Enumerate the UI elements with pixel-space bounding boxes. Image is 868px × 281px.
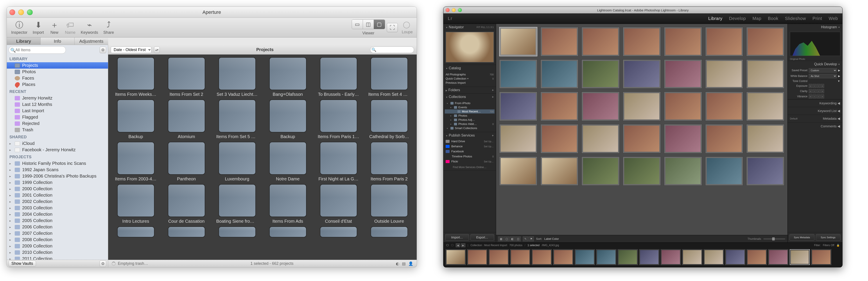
tab-info[interactable]: Info bbox=[40, 37, 74, 45]
filmstrip-cell[interactable] bbox=[639, 249, 659, 265]
catalog-item[interactable]: Previous Import bbox=[445, 81, 495, 85]
project-item[interactable] bbox=[214, 226, 260, 237]
folders-header[interactable]: ▶ Folders + bbox=[443, 87, 496, 93]
sidebar-item[interactable]: Last 12 Months bbox=[7, 101, 108, 108]
viewer-split-button[interactable]: ◫ bbox=[363, 20, 374, 29]
sidebar-item[interactable]: ▸Historic Family Photos inc Scans bbox=[7, 160, 108, 167]
nudge-minus2[interactable]: « bbox=[809, 95, 812, 98]
monitor-2-icon[interactable]: 🖵 bbox=[451, 244, 454, 247]
catalog-item[interactable]: All Photographs700 bbox=[445, 72, 495, 76]
photo-cell[interactable] bbox=[582, 92, 620, 121]
photo-cell[interactable] bbox=[746, 92, 784, 121]
nudge-plus2[interactable]: » bbox=[820, 95, 824, 98]
sidebar-item[interactable]: ▸1999 Collection bbox=[7, 179, 108, 186]
project-item[interactable] bbox=[163, 226, 210, 237]
monitor-icon[interactable]: 🖵 bbox=[446, 244, 449, 247]
viewer-viewer-button[interactable]: ▢ bbox=[374, 20, 385, 29]
module-slideshow[interactable]: Slideshow bbox=[785, 16, 806, 21]
project-item[interactable]: Bang+Olafsson bbox=[265, 57, 311, 97]
project-item[interactable]: Items From Set 2 bbox=[163, 57, 210, 97]
metadata-header[interactable]: Default Metadata ◀ bbox=[788, 115, 842, 122]
photo-cell[interactable] bbox=[623, 92, 661, 121]
project-item[interactable]: Items From Ads bbox=[265, 184, 311, 224]
keyword-list-header[interactable]: Keyword List ◀ bbox=[788, 107, 842, 115]
project-item[interactable]: Outside Louvre bbox=[366, 184, 412, 224]
photo-cell[interactable] bbox=[705, 60, 743, 89]
filmstrip-cell[interactable] bbox=[532, 249, 552, 265]
sidebar-item[interactable]: ▸iCloud bbox=[7, 140, 108, 147]
photo-cell[interactable] bbox=[746, 60, 784, 89]
publish-service[interactable]: Facebook bbox=[443, 149, 496, 154]
sidebar-search-input[interactable] bbox=[8, 46, 66, 54]
white-balance-select[interactable]: As Shot bbox=[809, 74, 837, 78]
filmstrip-cell[interactable] bbox=[553, 249, 573, 265]
collection-item[interactable]: ▸Smart Collections bbox=[445, 126, 495, 130]
project-item[interactable] bbox=[366, 226, 412, 237]
photo-cell[interactable] bbox=[746, 27, 784, 56]
photo-cell[interactable] bbox=[746, 124, 784, 153]
project-item[interactable] bbox=[315, 226, 362, 237]
photo-cell[interactable] bbox=[664, 156, 702, 186]
minimize-button[interactable] bbox=[452, 8, 456, 12]
photo-cell[interactable] bbox=[540, 27, 579, 56]
viewer-browser-button[interactable]: ▭ bbox=[352, 20, 363, 29]
nudge-plus2[interactable]: » bbox=[820, 84, 824, 88]
project-item[interactable]: Luxembourg bbox=[214, 142, 260, 181]
photo-cell[interactable] bbox=[540, 124, 579, 153]
publish-header[interactable]: ▼ Publish Services + bbox=[443, 132, 496, 139]
inspector-tool[interactable]: ⓘ Inspector bbox=[8, 20, 30, 35]
photo-cell[interactable] bbox=[499, 92, 537, 121]
publish-service[interactable]: Hard DriveSet Up… bbox=[443, 139, 496, 144]
status-icon-1[interactable]: ◐ bbox=[396, 261, 399, 266]
project-item[interactable]: Cathedral by Sorb… bbox=[366, 100, 412, 139]
module-web[interactable]: Web bbox=[829, 16, 838, 21]
sidebar-item[interactable]: ▸2006 Collection bbox=[7, 224, 108, 230]
project-item[interactable]: Backup bbox=[113, 100, 159, 139]
publish-service[interactable]: BehanceSet Up… bbox=[443, 144, 496, 149]
sidebar-item[interactable]: ▸1992 Japan Scans bbox=[7, 167, 108, 173]
filmstrip-cell[interactable] bbox=[618, 249, 638, 265]
publish-service[interactable]: FlickrSet Up… bbox=[443, 159, 496, 164]
next-photo-button[interactable]: ▶ bbox=[461, 243, 465, 247]
nudge-minus2[interactable]: « bbox=[809, 89, 812, 93]
photo-cell[interactable] bbox=[540, 156, 579, 186]
sidebar-item[interactable]: ▸2005 Collection bbox=[7, 217, 108, 224]
filmstrip-cell[interactable] bbox=[704, 249, 724, 265]
filmstrip-cell[interactable] bbox=[489, 249, 509, 265]
sidebar-item[interactable]: ▸2002 Collection bbox=[7, 198, 108, 205]
sidebar-item[interactable]: Photos bbox=[7, 69, 108, 75]
sidebar-item[interactable]: Jeremy Horwitz bbox=[7, 95, 108, 101]
export-button[interactable]: Export… bbox=[470, 234, 494, 241]
collection-item[interactable]: Most Recent…700 bbox=[445, 109, 495, 113]
nudge-minus2[interactable]: « bbox=[809, 84, 812, 88]
navigator-header[interactable]: ▼ Navigator FIT FILL 1:1 3:1 bbox=[443, 24, 496, 31]
module-print[interactable]: Print bbox=[812, 16, 822, 21]
project-item[interactable]: Backup bbox=[265, 100, 311, 139]
status-icon-2[interactable]: ▤ bbox=[402, 261, 406, 266]
collection-item[interactable]: ▸From iPhoto bbox=[445, 101, 495, 105]
project-item[interactable]: Items From Set 5 B… bbox=[214, 100, 260, 139]
compare-view-button[interactable]: ◧ bbox=[510, 237, 515, 241]
project-item[interactable]: Items From Paris 1… bbox=[315, 100, 362, 139]
service-setup[interactable]: Set Up… bbox=[484, 160, 494, 163]
sort-direction-button[interactable]: ▴▾ bbox=[154, 46, 160, 53]
sidebar-item[interactable]: ▸2003 Collection bbox=[7, 205, 108, 211]
service-setup[interactable]: Set Up… bbox=[484, 140, 494, 143]
module-book[interactable]: Book bbox=[768, 16, 778, 21]
show-vaults-button[interactable]: Show Vaults bbox=[8, 260, 36, 267]
loupe-view-button[interactable]: ▢ bbox=[504, 237, 509, 241]
catalog-header[interactable]: ▼ Catalog bbox=[443, 65, 496, 71]
project-item[interactable]: First Night at La G… bbox=[315, 142, 362, 181]
sidebar-footer-gear[interactable]: ⚙ bbox=[100, 260, 106, 267]
photo-cell[interactable] bbox=[623, 27, 661, 56]
photo-cell[interactable] bbox=[664, 124, 702, 153]
sidebar-item[interactable]: ▸2011 Collection bbox=[7, 255, 108, 260]
survey-view-button[interactable]: ◫ bbox=[516, 237, 521, 241]
filmstrip-cell[interactable] bbox=[682, 249, 702, 265]
import-tool[interactable]: ⬇ Import bbox=[30, 20, 46, 35]
sidebar-item[interactable]: ▸2001 Collection bbox=[7, 192, 108, 198]
keywording-header[interactable]: Keywording ◀ bbox=[788, 99, 842, 107]
collection-item[interactable]: ▸Photos Adj… bbox=[445, 118, 495, 122]
sidebar-gear-button[interactable]: ⚙ bbox=[100, 47, 106, 53]
module-library[interactable]: Library bbox=[708, 16, 722, 21]
